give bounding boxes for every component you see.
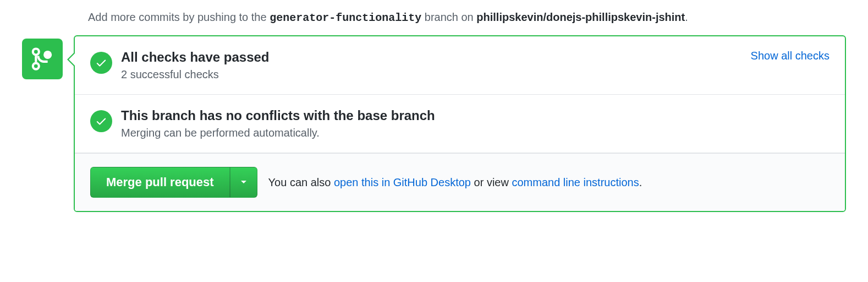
command-line-link[interactable]: command line instructions [512, 176, 639, 188]
help-suffix: . [639, 176, 642, 188]
checks-status-section: All checks have passed 2 successful chec… [75, 36, 845, 95]
hint-prefix: Add more commits by pushing to the [88, 11, 270, 23]
hint-suffix: . [685, 11, 688, 23]
merge-status-badge [22, 39, 63, 79]
caret-down-icon [240, 180, 247, 185]
help-prefix: You can also [268, 176, 334, 188]
repo-name: phillipskevin/donejs-phillipskevin-jshin… [476, 11, 685, 23]
git-merge-icon [30, 47, 54, 71]
success-check-circle [90, 52, 112, 74]
push-hint-text: Add more commits by pushing to the gener… [88, 11, 846, 24]
checks-heading: All checks have passed [121, 50, 742, 65]
show-all-checks-link[interactable]: Show all checks [751, 50, 829, 62]
check-icon [95, 115, 107, 127]
conflicts-status-section: This branch has no conflicts with the ba… [75, 95, 845, 153]
merge-action-section: Merge pull request You can also open thi… [75, 153, 845, 211]
merge-help-text: You can also open this in GitHub Desktop… [268, 176, 642, 189]
success-check-circle [90, 110, 112, 132]
merge-pull-request-button[interactable]: Merge pull request [90, 167, 230, 198]
conflicts-subtext: Merging can be performed automatically. [121, 127, 829, 139]
merge-options-dropdown-button[interactable] [230, 167, 257, 198]
help-middle: or view [471, 176, 512, 188]
check-icon [95, 57, 107, 69]
conflicts-heading: This branch has no conflicts with the ba… [121, 108, 829, 123]
checks-subtext: 2 successful checks [121, 68, 742, 81]
merge-button-group: Merge pull request [90, 167, 257, 198]
branch-name: generator-functionality [270, 12, 421, 24]
hint-middle: branch on [421, 11, 476, 23]
open-desktop-link[interactable]: open this in GitHub Desktop [334, 176, 471, 188]
merge-panel: All checks have passed 2 successful chec… [74, 35, 846, 212]
